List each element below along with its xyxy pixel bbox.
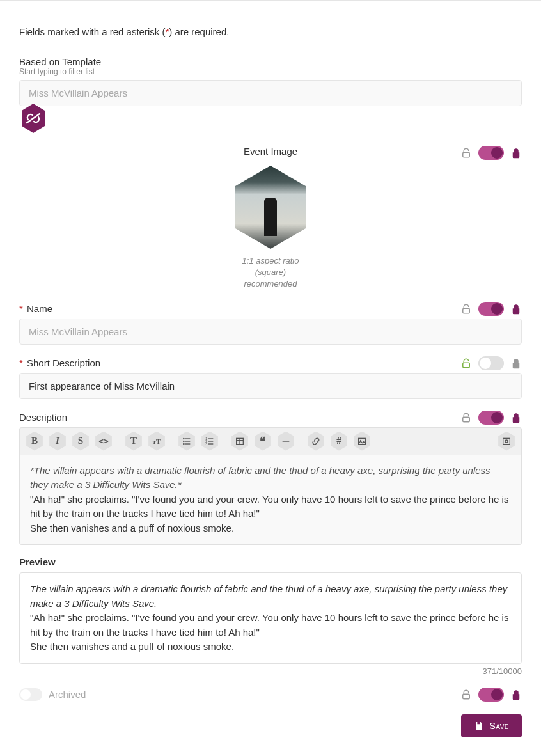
hash-button[interactable]: # (329, 432, 349, 451)
short-desc-lock-controls (460, 356, 522, 370)
svg-text:3: 3 (205, 443, 207, 446)
svg-rect-3 (463, 308, 470, 313)
svg-rect-9 (185, 441, 190, 441)
svg-rect-5 (463, 417, 470, 422)
description-field: Description B I S <> T тT 123 ❝ # (19, 411, 522, 676)
description-editor[interactable]: *The villain appears with a dramatic flo… (19, 455, 522, 546)
unlock-icon[interactable] (460, 303, 472, 315)
link-button[interactable] (306, 432, 325, 451)
table-button[interactable] (230, 432, 249, 451)
preview-line-3: She then vanishes and a puff of noxious … (30, 640, 511, 654)
svg-rect-24 (503, 438, 510, 444)
short-description-input[interactable] (19, 373, 522, 399)
svg-point-8 (183, 440, 185, 442)
lock-icon[interactable] (510, 147, 522, 159)
short-description-label: Short Description (27, 358, 100, 368)
unlock-icon[interactable] (460, 358, 472, 369)
svg-rect-21 (283, 441, 290, 441)
template-input[interactable] (19, 80, 522, 106)
unlock-icon[interactable] (460, 147, 472, 159)
description-lock-controls (460, 411, 522, 425)
lock-icon[interactable] (510, 689, 522, 700)
archived-row: Archived (19, 688, 522, 702)
name-field: * Name (19, 302, 522, 345)
svg-point-25 (505, 440, 508, 443)
unlock-icon[interactable] (460, 412, 472, 423)
short-description-field: * Short Description (19, 356, 522, 399)
template-sublabel: Start typing to filter list (19, 67, 522, 76)
svg-rect-15 (208, 441, 213, 441)
image-aspect-hint: 1:1 aspect ratio (square) recommended (19, 255, 522, 290)
text-size-button[interactable]: T (124, 432, 143, 451)
text-size-alt-button[interactable]: тT (147, 432, 166, 451)
description-label: Description (19, 412, 67, 423)
svg-rect-17 (208, 443, 213, 444)
name-lock-toggle[interactable] (478, 302, 504, 316)
unlink-template-button[interactable] (19, 102, 47, 134)
template-field: Based on Template Start typing to filter… (19, 56, 522, 134)
short-desc-lock-toggle[interactable] (478, 356, 504, 370)
bold-button[interactable]: B (25, 432, 44, 451)
editor-line-3: She then vanishes and a puff of noxious … (30, 521, 511, 536)
svg-rect-13 (208, 438, 213, 439)
unlock-icon[interactable] (460, 689, 472, 700)
numbered-list-button[interactable]: 123 (200, 432, 219, 451)
char-count: 371/10000 (19, 666, 522, 676)
svg-rect-2 (463, 152, 470, 157)
preview-line-2: "Ah ha!" she proclaims. "I've found you … (30, 611, 511, 640)
description-lock-toggle[interactable] (478, 411, 504, 425)
name-input[interactable] (19, 319, 522, 345)
svg-rect-22 (359, 438, 366, 444)
save-icon (474, 721, 484, 731)
lock-icon[interactable] (510, 303, 522, 315)
template-label: Based on Template (19, 56, 522, 67)
svg-point-6 (183, 437, 185, 439)
image-button[interactable] (352, 432, 372, 451)
event-image-preview[interactable] (229, 166, 312, 249)
editor-line-2: "Ah ha!" she proclaims. "I've found you … (30, 492, 511, 521)
svg-rect-7 (185, 438, 190, 439)
image-lock-controls (460, 146, 522, 160)
svg-point-10 (183, 443, 185, 445)
preview-title: Preview (19, 556, 522, 567)
bullet-list-button[interactable] (177, 432, 196, 451)
archived-label: Archived (49, 689, 86, 700)
name-lock-controls (460, 302, 522, 316)
required-notice-post: ) are required. (169, 26, 229, 37)
required-notice-pre: Fields marked with a red asterisk ( (19, 26, 165, 37)
svg-rect-4 (463, 363, 470, 368)
lock-icon[interactable] (510, 412, 522, 423)
quote-button[interactable]: ❝ (253, 432, 272, 451)
save-button-label: Save (489, 721, 509, 731)
event-image-field: Event Image 1:1 aspect ratio (square) re… (19, 146, 522, 290)
code-button[interactable]: <> (94, 432, 113, 451)
archived-lock-controls (460, 688, 522, 702)
save-button[interactable]: Save (461, 714, 522, 737)
preview-line-1: The villain appears with a dramatic flou… (30, 582, 511, 611)
svg-rect-26 (463, 694, 470, 699)
hr-button[interactable] (276, 432, 295, 451)
svg-rect-11 (185, 443, 190, 444)
preview-toggle-button[interactable] (497, 432, 516, 451)
italic-button[interactable]: I (48, 432, 67, 451)
required-notice: Fields marked with a red asterisk (*) ar… (19, 26, 522, 37)
editor-toolbar: B I S <> T тT 123 ❝ # (19, 427, 522, 455)
editor-line-1: *The villain appears with a dramatic flo… (30, 464, 511, 492)
image-lock-toggle[interactable] (478, 146, 504, 160)
event-image-label: Event Image (19, 146, 522, 157)
strikethrough-button[interactable]: S (71, 432, 90, 451)
archived-toggle[interactable] (19, 688, 42, 701)
lock-icon[interactable] (510, 358, 522, 369)
name-label: Name (27, 303, 52, 314)
archived-lock-toggle[interactable] (478, 688, 504, 702)
preview-box: The villain appears with a dramatic flou… (19, 572, 522, 664)
